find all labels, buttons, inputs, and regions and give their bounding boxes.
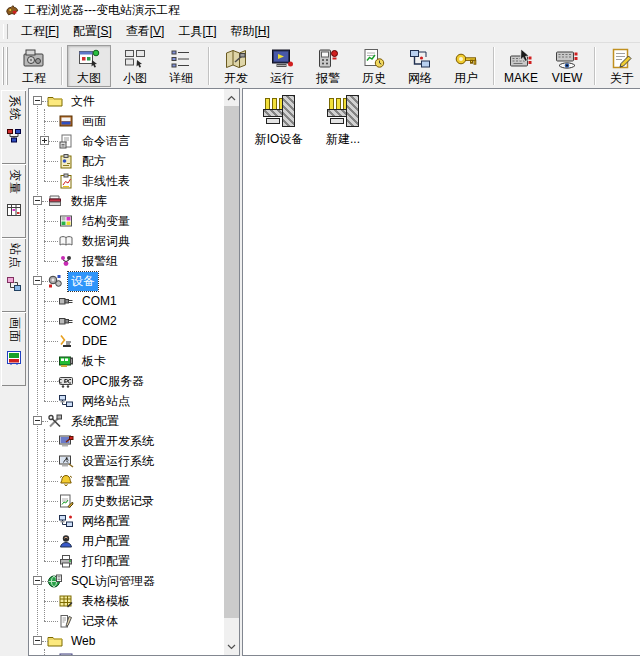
- tree-item-OPC服务器[interactable]: OPC服务器: [29, 371, 224, 391]
- side-tab-screen[interactable]: 画面: [1, 312, 26, 386]
- tree-expand-minus[interactable]: [33, 636, 42, 645]
- toolbar-button-about[interactable]: 关于: [600, 45, 640, 87]
- tree-item-网络配置[interactable]: 网络配置: [29, 511, 224, 531]
- tree-label[interactable]: SQL访问管理器: [68, 572, 158, 591]
- tree-label[interactable]: 命令语言: [79, 132, 133, 151]
- tree-label[interactable]: COM1: [79, 293, 120, 309]
- tree-label[interactable]: 报警组: [79, 252, 121, 271]
- scroll-up-button[interactable]: [224, 89, 239, 106]
- tree-item-用户配置[interactable]: 用户配置: [29, 531, 224, 551]
- tree-item-hidden[interactable]: [29, 651, 224, 655]
- tree-label[interactable]: 配方: [79, 152, 109, 171]
- tree-expand-plus[interactable]: [40, 136, 49, 145]
- toolbar-button-label: 小图: [123, 72, 147, 85]
- tree-label[interactable]: 系统配置: [68, 412, 122, 431]
- tree-label[interactable]: 设置开发系统: [79, 432, 157, 451]
- toolbar-gripper[interactable]: [2, 47, 9, 85]
- tree-label[interactable]: 打印配置: [79, 552, 133, 571]
- tree-label[interactable]: 历史数据记录: [79, 492, 157, 511]
- toolbar-button-small-icons[interactable]: 小图: [113, 45, 157, 87]
- tree-expand-minus[interactable]: [33, 196, 42, 205]
- tree-item-网络站点[interactable]: 网络站点: [29, 391, 224, 411]
- tree-label[interactable]: 设备: [68, 272, 98, 291]
- tree-item-Web[interactable]: Web: [29, 631, 224, 651]
- tree-label[interactable]: 数据词典: [79, 232, 133, 251]
- network-icon: [408, 47, 432, 71]
- menubar-gripper[interactable]: [3, 24, 8, 39]
- tree-item-画面[interactable]: 画面: [29, 111, 224, 131]
- content-item-0[interactable]: 新IO设备: [249, 94, 309, 148]
- tree-item-报警配置[interactable]: 报警配置: [29, 471, 224, 491]
- menu-item-config[interactable]: 配置[S]: [66, 21, 119, 41]
- tree-expand-minus[interactable]: [33, 576, 42, 585]
- tree-label[interactable]: 报警配置: [79, 472, 133, 491]
- tree-connector: [44, 321, 58, 323]
- tree-item-SQL访问管理器[interactable]: SQL访问管理器: [29, 571, 224, 591]
- app-icon[interactable]: [5, 3, 19, 17]
- tree-label[interactable]: 用户配置: [79, 532, 133, 551]
- menu-item-tools[interactable]: 工具[T]: [171, 21, 223, 41]
- tree-label[interactable]: COM2: [79, 313, 120, 329]
- tree-expand-minus[interactable]: [33, 276, 42, 285]
- tree-label[interactable]: 文件: [68, 92, 98, 111]
- tree-label[interactable]: 数据库: [68, 192, 110, 211]
- scroll-down-button[interactable]: [224, 638, 239, 655]
- toolbar-button-large-icons[interactable]: 大图: [67, 45, 111, 87]
- toolbar-button-run[interactable]: 运行: [260, 45, 304, 87]
- tree-item-命令语言[interactable]: 命令语言: [29, 131, 224, 151]
- tree-item-配方[interactable]: 配方: [29, 151, 224, 171]
- toolbar-button-history[interactable]: 历史: [352, 45, 396, 87]
- tree-label[interactable]: DDE: [79, 333, 110, 349]
- tree-label[interactable]: 记录体: [79, 612, 121, 631]
- toolbar-button-network[interactable]: 网络: [398, 45, 442, 87]
- toolbar-button-develop[interactable]: 开发: [214, 45, 258, 87]
- side-tab-variable[interactable]: 变量: [1, 164, 26, 238]
- tree-item-COM2[interactable]: COM2: [29, 311, 224, 331]
- content-item-1[interactable]: 新建...: [313, 94, 373, 148]
- tree-label[interactable]: 表格模板: [79, 592, 133, 611]
- tree-item-报警组[interactable]: 报警组: [29, 251, 224, 271]
- tree-label[interactable]: 板卡: [79, 352, 109, 371]
- tree-label[interactable]: 网络站点: [79, 392, 133, 411]
- tree-item-板卡[interactable]: 板卡: [29, 351, 224, 371]
- tree-label[interactable]: 结构变量: [79, 212, 133, 231]
- tree-scrollbar[interactable]: [224, 89, 239, 655]
- tree-item-打印配置[interactable]: 打印配置: [29, 551, 224, 571]
- tree-item-文件[interactable]: 文件: [29, 91, 224, 111]
- menu-item-view[interactable]: 查看[V]: [119, 21, 172, 41]
- tree-item-设置运行系统[interactable]: 设置运行系统: [29, 451, 224, 471]
- tree-expand-minus[interactable]: [33, 96, 42, 105]
- tree-item-COM1[interactable]: COM1: [29, 291, 224, 311]
- tree-item-系统配置[interactable]: 系统配置: [29, 411, 224, 431]
- side-tab-station[interactable]: 站点: [1, 238, 26, 312]
- side-tab-system[interactable]: 系统: [1, 90, 26, 164]
- tree-label[interactable]: OPC服务器: [79, 372, 147, 391]
- app-icon-icon: [5, 3, 19, 17]
- scrollbar-thumb[interactable]: [224, 106, 239, 618]
- tree-item-数据词典[interactable]: 数据词典: [29, 231, 224, 251]
- toolbar-button-make[interactable]: MAKE: [499, 45, 543, 87]
- toolbar-button-user[interactable]: 用户: [444, 45, 488, 87]
- menu-item-help[interactable]: 帮助[H]: [223, 21, 276, 41]
- tree-expand-minus[interactable]: [33, 416, 42, 425]
- tree-item-记录体[interactable]: 记录体: [29, 611, 224, 631]
- tree-item-设备[interactable]: 设备: [29, 271, 224, 291]
- tree-item-设置开发系统[interactable]: 设置开发系统: [29, 431, 224, 451]
- toolbar-button-project[interactable]: 工程: [12, 45, 56, 87]
- toolbar-button-details[interactable]: 详细: [159, 45, 203, 87]
- menu-item-project[interactable]: 工程[F]: [14, 21, 66, 41]
- tree-item-数据库[interactable]: 数据库: [29, 191, 224, 211]
- tree-label[interactable]: Web: [68, 633, 98, 649]
- toolbar-button-alarm[interactable]: 报警: [306, 45, 350, 87]
- toolbar-button-view[interactable]: VIEW: [545, 45, 589, 87]
- tree-item-DDE[interactable]: DDE: [29, 331, 224, 351]
- tree-item-结构变量[interactable]: 结构变量: [29, 211, 224, 231]
- tree-label[interactable]: 设置运行系统: [79, 452, 157, 471]
- tree-label[interactable]: 网络配置: [79, 512, 133, 531]
- tree-label[interactable]: 非线性表: [79, 172, 133, 191]
- tree-label[interactable]: 画面: [79, 112, 109, 131]
- tree-item-表格模板[interactable]: 表格模板: [29, 591, 224, 611]
- dde-icon: [58, 333, 74, 349]
- tree-item-历史数据记录[interactable]: 历史数据记录: [29, 491, 224, 511]
- tree-item-非线性表[interactable]: 非线性表: [29, 171, 224, 191]
